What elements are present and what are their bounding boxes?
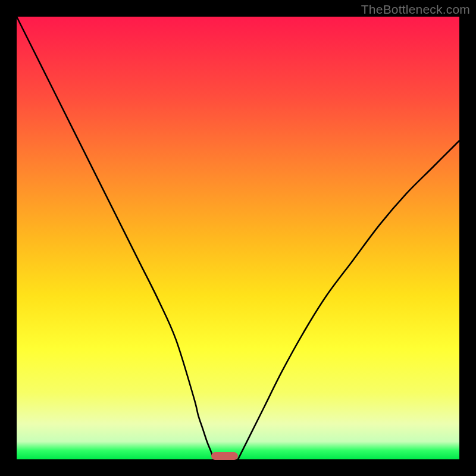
right-branch-path — [238, 140, 459, 459]
bottleneck-curve — [17, 17, 459, 459]
marker-pill — [211, 452, 238, 460]
chart-stage: TheBottleneck.com — [0, 0, 476, 476]
left-branch-path — [17, 17, 214, 459]
watermark-text: TheBottleneck.com — [361, 2, 470, 17]
plot-area — [17, 17, 459, 459]
